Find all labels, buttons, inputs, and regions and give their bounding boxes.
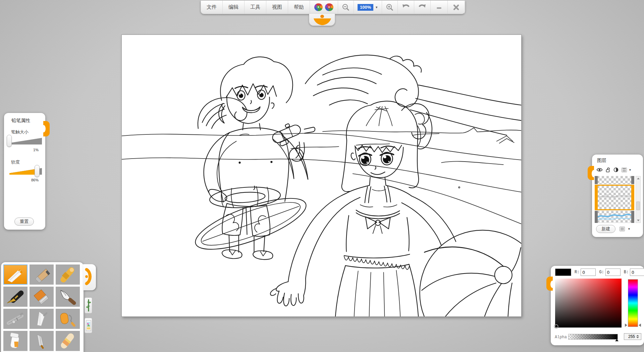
clown-nose-icon	[320, 15, 324, 18]
list-menu-caret-icon: ▼	[628, 227, 631, 231]
blue-input[interactable]	[630, 269, 644, 276]
flat-brush-icon	[31, 288, 52, 305]
zoom-out-button[interactable]	[338, 1, 354, 14]
red-label: R:	[575, 270, 579, 275]
undo-button[interactable]	[398, 1, 414, 14]
layer-menu-icon[interactable]	[622, 168, 627, 172]
reset-button[interactable]: 重置	[14, 218, 34, 226]
red-input[interactable]	[581, 269, 596, 276]
layer-lock-icon[interactable]	[606, 167, 610, 172]
knife-brush-icon	[31, 333, 52, 349]
softness-label: 软度	[11, 159, 20, 165]
menu-edit[interactable]: 编辑	[223, 1, 245, 14]
alpha-spinner[interactable]	[624, 333, 641, 340]
brush-cell-crayon[interactable]	[56, 265, 80, 285]
menu-view[interactable]: 视图	[266, 1, 288, 14]
layer-item-selected[interactable]	[595, 185, 634, 210]
alpha-value-input[interactable]	[624, 334, 636, 339]
alpha-label: Alpha	[555, 335, 567, 340]
green-input[interactable]	[605, 269, 621, 276]
hue-marker-left-icon[interactable]	[625, 324, 627, 327]
menu-help[interactable]: 帮助	[288, 1, 310, 14]
picture-icon	[86, 319, 91, 332]
brush-panel-handle[interactable]	[83, 264, 96, 290]
spin-up-icon[interactable]	[636, 335, 639, 336]
redo-button[interactable]	[414, 1, 431, 14]
close-icon	[453, 4, 460, 11]
drawing-canvas[interactable]	[121, 35, 522, 317]
layer-visibility-eye-icon[interactable]	[596, 168, 603, 172]
paint-tube-icon	[5, 333, 26, 349]
brush-size-slider[interactable]	[7, 136, 43, 146]
softness-value: 86%	[31, 178, 39, 182]
layer-item-top[interactable]	[595, 176, 634, 184]
pencil-panel-title: 铅笔属性	[11, 118, 30, 124]
clown-mouth-tab[interactable]	[309, 14, 335, 26]
clown-right-eye-icon	[325, 3, 333, 11]
menu-tools[interactable]: 工具	[245, 1, 266, 14]
spin-down-icon[interactable]	[636, 337, 639, 338]
blue-label: B:	[624, 270, 629, 275]
brush-cell-eraser[interactable]	[56, 331, 80, 351]
brush-cell-palette-knife[interactable]	[30, 309, 54, 329]
clown-smile-icon	[313, 18, 332, 25]
texture-tool-button[interactable]	[85, 318, 92, 333]
ink-brush-icon	[57, 288, 78, 305]
palette-knife-icon	[31, 310, 52, 327]
brush-cell-paint-tube[interactable]	[3, 331, 28, 351]
zoom-dropdown-caret-icon[interactable]: ▼	[375, 6, 378, 9]
zoom-level-control[interactable]: 100% ▼	[354, 1, 382, 14]
brush-palette-panel	[1, 262, 84, 352]
paint-roller-icon	[57, 310, 78, 327]
brush-cell-knife[interactable]	[30, 331, 54, 351]
app-logo	[310, 1, 338, 14]
crayon-brush-icon	[57, 266, 78, 283]
close-button[interactable]	[448, 1, 465, 14]
brush-size-handle[interactable]	[7, 135, 12, 147]
layer-list-menu-button[interactable]: ▼	[620, 227, 631, 231]
scroll-down-icon[interactable]	[637, 220, 640, 221]
brush-cell-airbrush[interactable]	[3, 309, 28, 329]
color-picker-panel: R: G: B: Alpha	[551, 266, 644, 345]
brush-cell-fountain-pen[interactable]	[3, 287, 28, 307]
zoom-in-button[interactable]	[382, 1, 398, 14]
brush-cell-ink-brush[interactable]	[56, 287, 80, 307]
layers-panel-title: 图层	[597, 158, 606, 164]
canvas-artwork	[122, 35, 521, 316]
color-cursor[interactable]	[554, 325, 558, 328]
menu-file[interactable]: 文件	[201, 1, 223, 14]
scroll-up-icon[interactable]	[637, 178, 640, 179]
hue-marker-right-icon[interactable]	[639, 324, 641, 327]
panel-handle-icon[interactable]	[588, 166, 594, 180]
layer-scrollbar[interactable]	[636, 176, 641, 223]
panel-handle-icon[interactable]	[546, 277, 553, 291]
alpha-slider[interactable]	[568, 334, 618, 340]
brush-cell-wood-pencil[interactable]	[30, 265, 54, 285]
minimize-button[interactable]	[431, 1, 448, 14]
panel-handle-icon[interactable]	[43, 121, 50, 136]
scrollbar-thumb[interactable]	[636, 201, 640, 210]
current-color-swatch[interactable]	[555, 269, 571, 276]
layer-menu-caret-icon[interactable]: ▼	[629, 168, 632, 172]
bamboo-tool-button[interactable]	[85, 297, 92, 313]
brush-cell-flat-brush[interactable]	[30, 287, 54, 307]
softness-handle[interactable]	[35, 165, 40, 177]
alpha-marker-icon[interactable]	[615, 339, 619, 341]
new-layer-button[interactable]: 新建	[596, 225, 615, 233]
zoom-out-icon	[342, 3, 350, 11]
brush-cell-pencil[interactable]	[3, 265, 28, 285]
softness-slider[interactable]	[7, 166, 43, 176]
hue-slider[interactable]	[628, 279, 638, 327]
layer-list	[595, 176, 634, 223]
list-icon	[620, 227, 625, 231]
airbrush-icon	[5, 310, 26, 327]
bamboo-icon	[86, 299, 91, 312]
saturation-value-picker[interactable]	[555, 279, 622, 328]
zoom-level-value[interactable]: 100%	[358, 4, 373, 11]
layer-blend-icon[interactable]	[613, 167, 619, 172]
brush-size-track[interactable]	[9, 137, 42, 144]
brush-cell-paint-roller[interactable]	[56, 309, 80, 329]
layer-item-bottom[interactable]	[595, 211, 634, 223]
green-label: G:	[599, 270, 604, 275]
layer-lineart-preview	[598, 186, 631, 209]
